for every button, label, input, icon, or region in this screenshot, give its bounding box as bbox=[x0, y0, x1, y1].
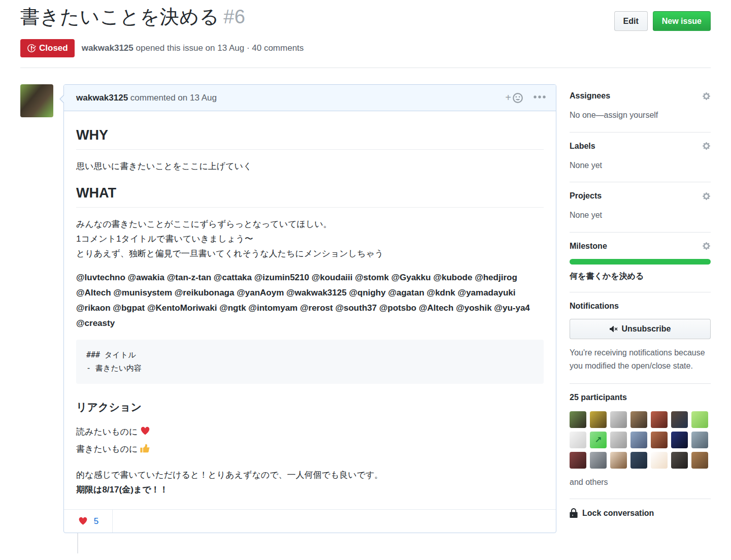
mention-link[interactable]: @agatan bbox=[388, 288, 424, 298]
mention-link[interactable]: @Altech bbox=[76, 288, 111, 298]
mention-link[interactable]: @yu-ya4 bbox=[494, 303, 529, 313]
participant-avatar[interactable] bbox=[691, 452, 708, 469]
heart-emoji bbox=[140, 425, 151, 441]
edit-button[interactable]: Edit bbox=[614, 11, 648, 31]
new-issue-button[interactable]: New issue bbox=[653, 11, 711, 31]
mention-link[interactable]: @luvtechno bbox=[76, 273, 125, 282]
mention-link[interactable]: @yamadayuki bbox=[458, 288, 516, 298]
lock-icon bbox=[570, 508, 578, 518]
issue-meta-text: wakwak3125 opened this issue on 13 Aug ·… bbox=[82, 43, 304, 53]
mention-link[interactable]: @wakwak3125 bbox=[286, 288, 347, 298]
participant-avatar[interactable] bbox=[671, 411, 688, 428]
issue-author-link[interactable]: wakwak3125 bbox=[82, 43, 134, 53]
status-badge-label: Closed bbox=[39, 43, 68, 53]
mention-link[interactable]: @bgpat bbox=[113, 303, 145, 313]
comment-author-avatar[interactable] bbox=[20, 84, 53, 117]
gear-icon bbox=[702, 142, 711, 150]
mention-link[interactable]: @ngtk bbox=[219, 303, 246, 313]
projects-gear-button[interactable] bbox=[702, 192, 711, 201]
assignees-gear-button[interactable] bbox=[702, 92, 711, 101]
mention-link[interactable]: @munisystem bbox=[113, 288, 172, 298]
milestone-title: Milestone bbox=[570, 242, 607, 251]
why-paragraph: 思い思いに書きたいことをここに上げていく bbox=[76, 159, 544, 174]
mention-link[interactable]: @creasty bbox=[76, 318, 115, 328]
assignees-value[interactable]: No one—assign yourself bbox=[570, 109, 711, 122]
participant-avatar[interactable] bbox=[570, 452, 586, 469]
mention-link[interactable]: @intomyam bbox=[248, 303, 297, 313]
kebab-menu-button[interactable] bbox=[534, 92, 546, 103]
lock-conversation-label: Lock conversation bbox=[582, 509, 654, 518]
mention-link[interactable]: @stomk bbox=[355, 273, 389, 282]
issue-closed-icon bbox=[27, 44, 36, 53]
mention-link[interactable]: @potsbo bbox=[379, 303, 416, 313]
mention-link[interactable]: @Gyakku bbox=[391, 273, 431, 282]
participant-avatar[interactable] bbox=[630, 452, 647, 469]
milestone-link[interactable]: 何を書くかを決める bbox=[570, 272, 644, 280]
participant-avatar[interactable] bbox=[630, 411, 647, 428]
section-heading-reaction: リアクション bbox=[76, 398, 544, 416]
sidebar: Assignees No one—assign yourself Labels … bbox=[570, 84, 711, 537]
kebab-icon bbox=[534, 95, 546, 98]
mentions-paragraph: @luvtechno @awakia @tan-z-tan @cattaka @… bbox=[76, 270, 544, 331]
add-reaction-button[interactable]: + bbox=[505, 92, 523, 104]
participant-avatar[interactable] bbox=[691, 432, 708, 448]
reactions-bar: 5 bbox=[64, 509, 556, 533]
projects-section: Projects None yet bbox=[570, 191, 711, 233]
participant-avatar[interactable] bbox=[691, 411, 708, 428]
gear-icon bbox=[702, 92, 711, 101]
unsubscribe-button-label: Unsubscribe bbox=[622, 324, 671, 334]
participant-avatar[interactable]: ↗ bbox=[590, 432, 607, 448]
participant-avatar[interactable] bbox=[590, 411, 607, 428]
labels-gear-button[interactable] bbox=[702, 142, 711, 150]
participant-avatar[interactable] bbox=[651, 411, 668, 428]
lock-conversation-button[interactable]: Lock conversation bbox=[570, 508, 711, 518]
mention-link[interactable]: @rerost bbox=[300, 303, 333, 313]
participant-avatar[interactable] bbox=[570, 432, 586, 448]
mention-link[interactable]: @cattaka bbox=[214, 273, 252, 282]
participant-avatar[interactable] bbox=[610, 452, 627, 469]
unsubscribe-button[interactable]: Unsubscribe bbox=[570, 319, 711, 339]
comment-timestamp: commented on 13 Aug bbox=[130, 93, 217, 103]
reaction-bar-space bbox=[113, 510, 556, 533]
milestone-gear-button[interactable] bbox=[702, 242, 711, 250]
lock-section: Lock conversation bbox=[570, 508, 711, 528]
projects-title: Projects bbox=[570, 191, 602, 201]
gear-icon bbox=[702, 242, 711, 250]
mention-link[interactable]: @hedjirog bbox=[475, 273, 517, 282]
mute-icon bbox=[610, 325, 618, 333]
participant-avatar[interactable] bbox=[651, 432, 668, 448]
comment-thread: wakwak3125 commented on 13 Aug + WHY 思い思… bbox=[20, 84, 556, 533]
mention-link[interactable]: @koudaiii bbox=[312, 273, 353, 282]
read-line-text: 読みたいものに bbox=[76, 427, 138, 437]
mention-link[interactable]: @izumin5210 bbox=[254, 273, 309, 282]
labels-section: Labels None yet bbox=[570, 142, 711, 183]
mention-link[interactable]: @qnighy bbox=[349, 288, 385, 298]
participant-avatar[interactable] bbox=[671, 432, 688, 448]
milestone-progress-bar bbox=[570, 259, 711, 265]
mention-link[interactable]: @tan-z-tan bbox=[167, 273, 211, 282]
participant-avatar[interactable] bbox=[671, 452, 688, 469]
participant-avatar[interactable] bbox=[570, 411, 586, 428]
mention-link[interactable]: @kdnk bbox=[427, 288, 455, 298]
mention-link[interactable]: @awakia bbox=[128, 273, 164, 282]
heart-emoji bbox=[78, 516, 88, 526]
mention-link[interactable]: @Altech bbox=[419, 303, 454, 313]
and-others-text: and others bbox=[570, 476, 711, 489]
mention-link[interactable]: @yoshik bbox=[456, 303, 491, 313]
participant-avatar[interactable] bbox=[651, 452, 668, 469]
participant-avatar[interactable] bbox=[610, 411, 627, 428]
deadline-text: 期限は8/17(金)まで！！ bbox=[76, 485, 169, 495]
participant-avatar[interactable] bbox=[590, 452, 607, 469]
mention-link[interactable]: @rikaon bbox=[76, 303, 111, 313]
mention-link[interactable]: @kubode bbox=[433, 273, 472, 282]
heart-reaction-button[interactable]: 5 bbox=[64, 510, 113, 533]
mention-link[interactable]: @reikubonaga bbox=[175, 288, 235, 298]
notifications-section: Notifications Unsubscribe You're receivi… bbox=[570, 302, 711, 384]
participant-avatar[interactable] bbox=[630, 432, 647, 448]
comment-author-link[interactable]: wakwak3125 bbox=[76, 93, 128, 103]
participant-avatar[interactable] bbox=[610, 432, 627, 448]
participants-title: 25 participants bbox=[570, 393, 627, 402]
mention-link[interactable]: @KentoMoriwaki bbox=[147, 303, 217, 313]
mention-link[interactable]: @yanAoym bbox=[237, 288, 284, 298]
mention-link[interactable]: @south37 bbox=[335, 303, 377, 313]
